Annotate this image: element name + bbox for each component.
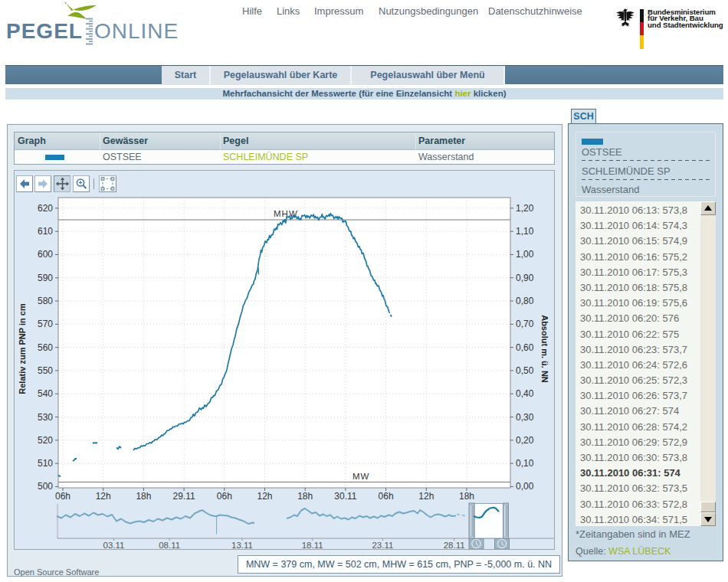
svg-text:1,00: 1,00 (516, 249, 534, 260)
svg-text:12h: 12h (418, 491, 434, 502)
svg-text:550: 550 (38, 365, 53, 376)
svg-text:600: 600 (38, 249, 53, 260)
svg-text:510: 510 (38, 458, 53, 469)
svg-text:03.11: 03.11 (103, 541, 125, 550)
svg-text:MW: MW (353, 472, 369, 481)
svg-text:580: 580 (38, 296, 53, 306)
svg-text:0,50: 0,50 (516, 365, 534, 376)
svg-text:06h: 06h (217, 491, 232, 502)
svg-text:590: 590 (38, 273, 53, 283)
svg-text:560: 560 (38, 342, 53, 353)
svg-text:0,60: 0,60 (516, 342, 534, 353)
svg-text:0,70: 0,70 (516, 319, 534, 329)
svg-text:0,10: 0,10 (516, 458, 534, 469)
svg-text:18.11: 18.11 (302, 541, 323, 550)
svg-text:13.11: 13.11 (231, 541, 253, 550)
svg-text:Absolut m. ü. NN: Absolut m. ü. NN (540, 315, 549, 383)
svg-text:530: 530 (38, 412, 53, 423)
svg-text:0,40: 0,40 (516, 388, 534, 399)
svg-text:540: 540 (38, 388, 53, 399)
svg-text:500: 500 (38, 481, 53, 492)
svg-text:29.11: 29.11 (173, 491, 195, 502)
svg-text:18h: 18h (459, 491, 474, 502)
svg-text:12h: 12h (96, 491, 111, 502)
svg-text:06h: 06h (379, 491, 394, 502)
svg-text:0,00: 0,00 (516, 481, 534, 492)
svg-text:06h: 06h (55, 491, 71, 502)
svg-text:1,10: 1,10 (516, 226, 534, 237)
svg-text:1,20: 1,20 (516, 203, 534, 214)
svg-text:23.11: 23.11 (372, 541, 393, 550)
svg-text:30.11: 30.11 (334, 491, 356, 502)
svg-text:520: 520 (38, 435, 53, 446)
svg-text:0,80: 0,80 (516, 296, 534, 306)
svg-text:08.11: 08.11 (159, 541, 180, 550)
svg-text:12h: 12h (257, 491, 272, 502)
svg-text:28.11: 28.11 (444, 541, 465, 550)
svg-text:18h: 18h (297, 491, 313, 502)
svg-text:18h: 18h (136, 491, 151, 502)
svg-text:Relativ zum PNP in cm: Relativ zum PNP in cm (18, 303, 27, 394)
svg-text:0,20: 0,20 (516, 435, 534, 446)
svg-text:0,30: 0,30 (516, 412, 534, 423)
svg-text:610: 610 (38, 226, 53, 237)
svg-text:0,90: 0,90 (516, 273, 534, 283)
svg-text:620: 620 (38, 203, 53, 214)
svg-text:570: 570 (38, 319, 53, 329)
